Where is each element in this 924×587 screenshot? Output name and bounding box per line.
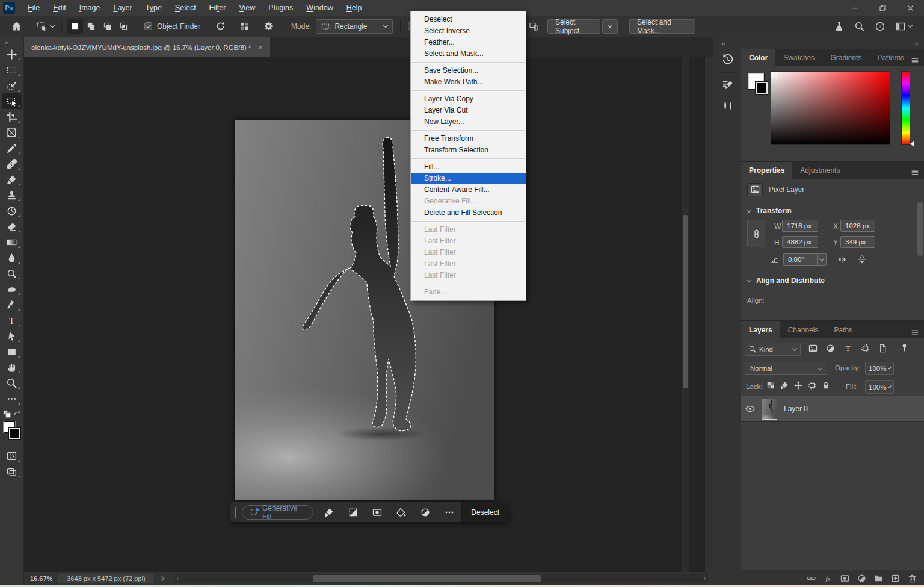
- color-tab-swatches[interactable]: Swatches: [775, 49, 822, 66]
- eyedropper-tool[interactable]: [2, 140, 22, 156]
- angle-dropdown-button[interactable]: [817, 254, 826, 265]
- context-menu-item[interactable]: Delete and Fill Selection: [411, 207, 526, 219]
- blend-mode-dropdown[interactable]: Normal: [745, 362, 827, 375]
- lock-position-icon[interactable]: [794, 381, 802, 390]
- link-layers-icon[interactable]: [807, 574, 816, 583]
- properties-tab-adjustments[interactable]: Adjustments: [792, 162, 848, 179]
- background-color-swatch[interactable]: [9, 428, 20, 439]
- filter-toggle-icon[interactable]: [900, 343, 909, 352]
- more-options-button[interactable]: [437, 502, 461, 522]
- hue-slider-marker[interactable]: [910, 141, 914, 147]
- menu-type[interactable]: Type: [139, 4, 168, 12]
- screen-mode-button[interactable]: [2, 464, 22, 479]
- vertical-scrollbar[interactable]: [681, 57, 689, 572]
- generative-fill-button[interactable]: Generative Fill: [242, 505, 313, 520]
- mode-dropdown[interactable]: Rectangle: [316, 19, 393, 34]
- default-colors-icon[interactable]: [3, 410, 11, 418]
- object-finder-checkbox[interactable]: Object Finder: [142, 19, 203, 34]
- dodge-tool[interactable]: [2, 266, 22, 281]
- lock-all-icon[interactable]: [822, 381, 830, 390]
- history-brush-tool[interactable]: [2, 203, 22, 219]
- adjustment-filter-icon[interactable]: [826, 344, 835, 353]
- select-subject-dropdown-button[interactable]: [602, 19, 618, 34]
- context-menu-item[interactable]: Layer Via Cut: [411, 105, 526, 116]
- quick-selection-tool[interactable]: [2, 78, 22, 93]
- crop-tool[interactable]: [2, 109, 22, 125]
- intersect-selection-button[interactable]: [116, 19, 132, 34]
- gradient-tool[interactable]: [2, 234, 22, 250]
- link-dimensions-button[interactable]: [747, 220, 765, 247]
- add-mask-icon[interactable]: [840, 574, 849, 583]
- minimize-button[interactable]: [841, 0, 869, 16]
- type-filter-icon[interactable]: [843, 344, 852, 353]
- pen-tool[interactable]: [2, 297, 22, 312]
- home-button[interactable]: [8, 19, 24, 34]
- selection-brush-button[interactable]: [317, 502, 341, 522]
- marquee-tool[interactable]: [2, 62, 22, 78]
- flip-vertical-icon[interactable]: [857, 255, 867, 264]
- background-color-swatch[interactable]: [756, 82, 768, 94]
- tab-close-icon[interactable]: ×: [258, 43, 263, 52]
- scroll-right-arrow[interactable]: ›: [704, 576, 706, 581]
- select-and-mask-button[interactable]: Select and Mask...: [629, 19, 695, 34]
- refresh-button[interactable]: [212, 19, 228, 34]
- menu-layer[interactable]: Layer: [106, 4, 138, 12]
- fill-bucket-button[interactable]: [389, 502, 413, 522]
- vertical-scrollbar-thumb[interactable]: [683, 215, 688, 388]
- adjustment-button[interactable]: [413, 502, 437, 522]
- properties-scrollbar-thumb[interactable]: [917, 202, 923, 256]
- context-menu-item[interactable]: Transform Selection: [411, 144, 526, 156]
- color-tab-gradients[interactable]: Gradients: [822, 49, 869, 66]
- brush-tool[interactable]: [2, 172, 22, 187]
- lock-artboard-icon[interactable]: [808, 381, 816, 390]
- eraser-tool[interactable]: [2, 219, 22, 234]
- context-menu-item[interactable]: Feather...: [411, 37, 526, 48]
- new-group-icon[interactable]: [874, 574, 883, 583]
- taskbar-drag-handle[interactable]: [235, 507, 236, 518]
- toolbar-collapse-chevron[interactable]: »: [0, 37, 23, 46]
- quick-mask-button[interactable]: [2, 448, 22, 464]
- rectangle-tool[interactable]: [2, 344, 22, 359]
- smart-object-filter-icon[interactable]: [878, 344, 887, 353]
- properties-tab-properties[interactable]: Properties: [741, 162, 792, 179]
- context-menu-item[interactable]: Layer Via Copy: [411, 93, 526, 105]
- context-menu-item[interactable]: Select Inverse: [411, 25, 526, 37]
- scroll-left-arrow[interactable]: ‹: [177, 576, 179, 581]
- mask-button[interactable]: [365, 502, 389, 522]
- dock-expand-chevrons[interactable]: «: [713, 37, 741, 49]
- context-menu-item[interactable]: Fill...: [411, 161, 526, 173]
- edit-toolbar-tool[interactable]: [2, 391, 22, 406]
- pixel-filter-icon[interactable]: [808, 344, 818, 353]
- layer-thumbnail[interactable]: [762, 399, 777, 420]
- context-menu-item[interactable]: Stroke...: [411, 173, 526, 184]
- layer-row[interactable]: Layer 0: [741, 396, 924, 422]
- add-to-selection-button[interactable]: [83, 19, 99, 34]
- invert-selection-button[interactable]: [341, 502, 365, 522]
- color-tab-patterns[interactable]: Patterns: [869, 49, 912, 66]
- zoom-level-field[interactable]: 16.67%: [24, 575, 58, 582]
- hand-tool[interactable]: [2, 359, 22, 375]
- menu-filter[interactable]: Filter: [203, 4, 233, 12]
- context-menu-item[interactable]: New Layer...: [411, 116, 526, 128]
- history-panel-button[interactable]: [713, 49, 742, 70]
- select-subject-button[interactable]: Select Subject: [547, 19, 600, 34]
- new-adjustment-icon[interactable]: [857, 574, 866, 583]
- delete-layer-icon[interactable]: [908, 574, 917, 583]
- menu-edit[interactable]: Edit: [46, 4, 73, 12]
- restore-button[interactable]: [869, 0, 896, 16]
- shape-filter-icon[interactable]: [861, 344, 870, 353]
- layer-visibility-eye-icon[interactable]: [741, 404, 759, 414]
- layers-tab-layers[interactable]: Layers: [741, 321, 780, 338]
- fill-dropdown[interactable]: 100%: [865, 380, 894, 394]
- workspace-switcher[interactable]: [896, 22, 912, 31]
- menu-plugins[interactable]: Plugins: [262, 4, 300, 12]
- clone-stamp-tool[interactable]: [2, 187, 22, 203]
- menu-image[interactable]: Image: [73, 4, 107, 12]
- subtract-from-selection-button[interactable]: [99, 19, 116, 34]
- layers-tab-paths[interactable]: Paths: [826, 321, 860, 338]
- new-selection-button[interactable]: [67, 19, 83, 34]
- menu-select[interactable]: Select: [168, 4, 203, 12]
- show-all-objects-button[interactable]: [236, 19, 252, 34]
- document-tab[interactable]: olenka-kotyk-OJZVjMYUMdY-unsplash.jpg @ …: [24, 37, 270, 57]
- tool-preset-button[interactable]: [34, 19, 57, 34]
